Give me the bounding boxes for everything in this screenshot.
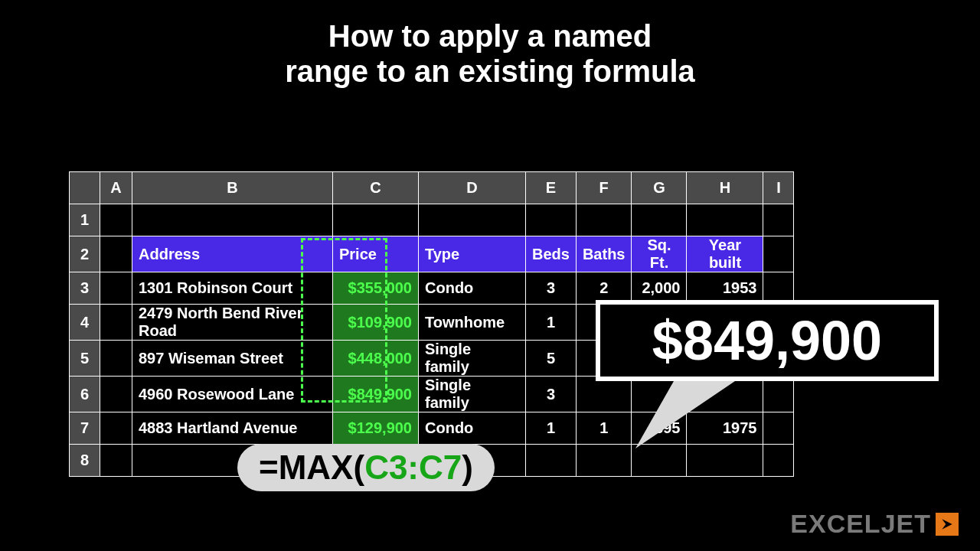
col-E: E: [526, 172, 577, 204]
col-H: H: [687, 172, 763, 204]
hdr-type: Type: [419, 236, 526, 272]
rowhdr-8: 8: [70, 445, 100, 477]
hdr-sqft: Sq. Ft.: [632, 236, 687, 272]
result-value: $849,900: [652, 309, 882, 372]
cell-price: $109,900: [333, 305, 419, 341]
cell-type: Townhome: [419, 305, 526, 341]
cell-address: 2479 North Bend River Road: [132, 305, 333, 341]
cell-beds: 1: [526, 412, 577, 445]
title-line-2: range to an existing formula: [285, 54, 695, 88]
col-F: F: [576, 172, 632, 204]
callout-pointer-icon: [635, 381, 735, 448]
col-D: D: [419, 172, 526, 204]
col-I: I: [763, 172, 794, 204]
rowhdr-7: 7: [70, 412, 100, 445]
cell-address: 4960 Rosewood Lane: [132, 377, 333, 412]
cell-beds: 3: [526, 377, 577, 412]
cell-beds: 3: [526, 272, 577, 305]
rowhdr-6: 6: [70, 377, 100, 412]
cell-beds: 1: [526, 305, 577, 341]
cell-price: $129,900: [333, 412, 419, 445]
cell-address: 1301 Robinson Court: [132, 272, 333, 305]
svg-marker-0: [635, 381, 735, 448]
row-2-headers: 2 Address Price Type Beds Baths Sq. Ft. …: [70, 236, 794, 272]
col-A: A: [100, 172, 132, 204]
hdr-year: Year built: [687, 236, 763, 272]
cell-address: 897 Wiseman Street: [132, 341, 333, 377]
rowhdr-4: 4: [70, 305, 100, 341]
row-1: 1: [70, 204, 794, 236]
brand-logo: EXCELJET: [790, 509, 959, 539]
result-callout: $849,900: [596, 300, 939, 381]
cell-address: 4883 Hartland Avenue: [132, 412, 333, 445]
page-title: How to apply a named range to an existin…: [0, 18, 980, 89]
cell-beds: 5: [526, 341, 577, 377]
formula-range: C3:C7: [364, 448, 462, 486]
cell-baths: 1: [576, 412, 632, 445]
col-C: C: [333, 172, 419, 204]
rowhdr-2: 2: [70, 236, 100, 272]
title-line-1: How to apply a named: [328, 19, 652, 53]
col-B: B: [132, 172, 333, 204]
cell-type: Condo: [419, 272, 526, 305]
rowhdr-3: 3: [70, 272, 100, 305]
formula-pill: =MAX(C3:C7): [237, 444, 495, 491]
column-header-row: A B C D E F G H I: [70, 172, 794, 204]
arrow-icon: [936, 513, 959, 536]
formula-prefix: =MAX(: [259, 448, 364, 486]
hdr-beds: Beds: [526, 236, 577, 272]
hdr-baths: Baths: [576, 236, 632, 272]
brand-text: EXCELJET: [790, 509, 931, 539]
cell-type: Single family: [419, 341, 526, 377]
col-G: G: [632, 172, 687, 204]
formula-suffix: ): [462, 448, 473, 486]
hdr-address: Address: [132, 236, 333, 272]
hdr-price: Price: [333, 236, 419, 272]
cell-price: $355,000: [333, 272, 419, 305]
cell-price: $849,900: [333, 377, 419, 412]
rowhdr-5: 5: [70, 341, 100, 377]
rowhdr-1: 1: [70, 204, 100, 236]
cell-type: Condo: [419, 412, 526, 445]
cell-type: Single family: [419, 377, 526, 412]
cell-price: $448,000: [333, 341, 419, 377]
